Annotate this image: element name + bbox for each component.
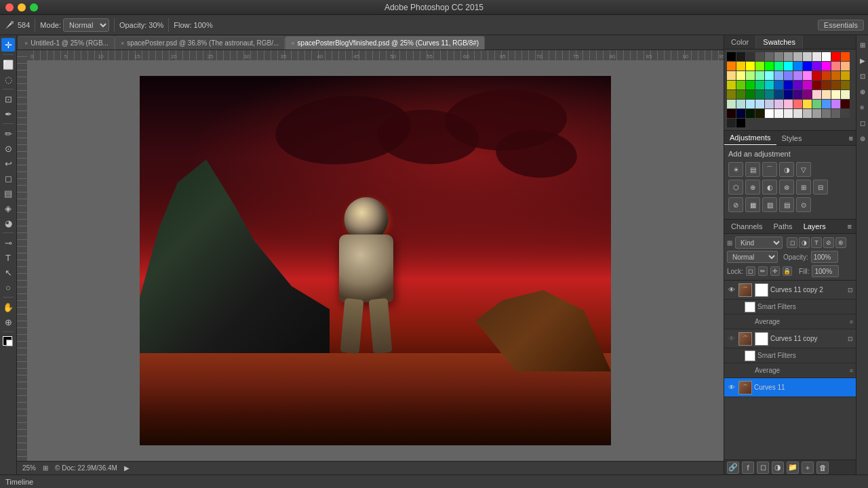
tab-swatches[interactable]: Swatches (756, 35, 803, 49)
swatch-color[interactable] (822, 100, 831, 108)
link-layers-btn[interactable]: 🔗 (727, 462, 739, 474)
far-right-btn-4[interactable]: ⊕ (856, 85, 869, 98)
stamp-tool[interactable]: ⊙ (1, 142, 15, 155)
swatch-color[interactable] (841, 90, 850, 99)
swatch-color[interactable] (793, 71, 802, 80)
delete-layer-btn[interactable]: 🗑 (816, 462, 829, 474)
swatch-color[interactable] (793, 90, 802, 99)
swatch-color[interactable] (831, 100, 840, 108)
tab-spaceposterfinished-close[interactable]: × (291, 40, 294, 47)
maximize-button[interactable] (30, 3, 38, 12)
far-right-btn-6[interactable]: ◻ (856, 116, 869, 129)
swatch-color[interactable] (793, 81, 802, 89)
swatch-color[interactable] (841, 109, 850, 118)
swatch-color[interactable] (784, 90, 793, 99)
swatch-color[interactable] (812, 71, 821, 80)
crop-tool[interactable]: ⊡ (1, 92, 15, 106)
tab-spaceposter-close[interactable]: × (121, 40, 124, 47)
swatch-color[interactable] (822, 109, 831, 118)
filter-smart-btn[interactable]: ⊛ (835, 237, 846, 248)
swatch-color[interactable] (812, 81, 821, 89)
swatch-color[interactable] (736, 52, 745, 61)
swatch-color[interactable] (784, 109, 793, 118)
swatch-color[interactable] (727, 100, 736, 108)
swatch-color[interactable] (765, 71, 774, 80)
swatch-color[interactable] (784, 100, 793, 108)
move-tool[interactable]: ✛ (1, 38, 15, 52)
swatch-color[interactable] (803, 100, 812, 108)
far-right-btn-3[interactable]: ⊡ (856, 69, 869, 83)
swatch-color[interactable] (822, 81, 831, 89)
minimize-button[interactable] (18, 3, 26, 12)
swatch-color[interactable] (831, 52, 840, 61)
brush-tool[interactable]: ✏ (1, 127, 15, 140)
far-right-btn-2[interactable]: ▶ (856, 54, 869, 67)
swatch-color[interactable] (736, 119, 745, 127)
eraser-tool[interactable]: ◻ (1, 171, 15, 185)
swatch-color[interactable] (774, 90, 783, 99)
add-style-btn[interactable]: f (742, 462, 754, 474)
mode-select[interactable]: Normal Multiply Screen (63, 18, 109, 32)
swatch-color[interactable] (755, 109, 764, 118)
swatch-color[interactable] (727, 109, 736, 118)
swatch-color[interactable] (803, 52, 812, 61)
marquee-tool[interactable]: ⬜ (1, 58, 15, 71)
essentials-button[interactable]: Essentials (818, 20, 864, 30)
text-tool[interactable]: T (1, 251, 15, 264)
swatch-color[interactable] (784, 71, 793, 80)
swatch-color[interactable] (793, 100, 802, 108)
swatch-color[interactable] (841, 62, 850, 70)
swatch-color[interactable] (746, 71, 755, 80)
hue-sat-btn[interactable]: ⬡ (728, 180, 743, 195)
filter-shape-btn[interactable]: ⊘ (823, 237, 834, 248)
swatch-color[interactable] (774, 100, 783, 108)
swatch-color[interactable] (803, 109, 812, 118)
swatch-color[interactable] (812, 109, 821, 118)
foreground-bg-colors[interactable] (1, 335, 15, 348)
swatch-color[interactable] (803, 81, 812, 89)
swatch-color[interactable] (774, 71, 783, 80)
swatch-color[interactable] (793, 52, 802, 61)
swatch-color[interactable] (822, 62, 831, 70)
swatch-color[interactable] (746, 62, 755, 70)
tab-channels[interactable]: Channels (726, 220, 768, 233)
dodge-tool[interactable]: ◕ (1, 216, 15, 230)
brightness-contrast-btn[interactable]: ☀ (728, 162, 743, 177)
swatch-color[interactable] (841, 71, 850, 80)
swatch-color[interactable] (746, 81, 755, 89)
curves-btn[interactable]: ⌒ (762, 162, 777, 177)
swatch-color[interactable] (755, 90, 764, 99)
vibrance-btn[interactable]: ▽ (796, 162, 811, 177)
swatch-color[interactable] (774, 62, 783, 70)
swatch-color[interactable] (746, 52, 755, 61)
far-right-btn-1[interactable]: ⊞ (856, 38, 869, 52)
tab-spaceposterfinished[interactable]: × spacePosterBlogVfinished.psd @ 25% (Cu… (285, 36, 485, 49)
posterize-btn[interactable]: ▦ (745, 197, 760, 212)
tab-close-icon[interactable]: × (24, 40, 28, 47)
selective-color-btn[interactable]: ⊙ (796, 197, 811, 212)
photo-filter-btn[interactable]: ⊛ (779, 180, 794, 195)
swatch-color[interactable] (831, 90, 840, 99)
tab-spaceposter[interactable]: × spacePoster.psd @ 36.8% (The astronaut… (115, 36, 285, 49)
swatch-color[interactable] (765, 62, 774, 70)
swatch-color[interactable] (831, 71, 840, 80)
swatch-color[interactable] (822, 52, 831, 61)
gradient-tool[interactable]: ▤ (1, 186, 15, 200)
swatch-color[interactable] (746, 109, 755, 118)
zoom-tool[interactable]: ⊕ (1, 315, 15, 329)
swatch-color[interactable] (812, 90, 821, 99)
swatch-color[interactable] (841, 52, 850, 61)
swatch-color[interactable] (822, 90, 831, 99)
swatch-color[interactable] (841, 81, 850, 89)
layer-visibility-curves11[interactable]: 👁 (727, 383, 736, 392)
swatch-color[interactable] (765, 100, 774, 108)
shape-tool[interactable]: ○ (1, 281, 15, 294)
lock-position-btn[interactable]: ✛ (770, 266, 780, 276)
tab-styles[interactable]: Styles (776, 131, 808, 145)
swatch-color[interactable] (736, 100, 745, 108)
add-mask-btn[interactable]: ◻ (757, 462, 769, 474)
new-group-btn[interactable]: 📁 (787, 462, 799, 474)
invert-btn[interactable]: ⊘ (728, 197, 743, 212)
lock-image-btn[interactable]: ✏ (758, 266, 768, 276)
tab-adjustments[interactable]: Adjustments (724, 131, 776, 145)
